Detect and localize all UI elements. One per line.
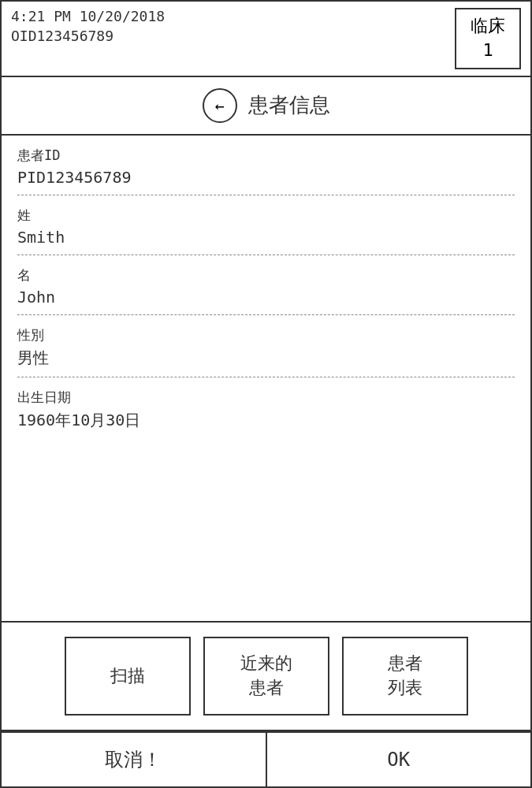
section-title-text: 患者信息 xyxy=(248,91,330,119)
value-last-name: Smith xyxy=(17,228,515,247)
ok-button[interactable]: OK xyxy=(266,731,531,786)
btn-row: 扫描 近来的患者 患者列表 xyxy=(17,637,515,716)
label-birthdate: 出生日期 xyxy=(17,388,515,407)
footer: 取消！ OK xyxy=(2,731,530,786)
cancel-button[interactable]: 取消！ xyxy=(2,731,266,786)
action-buttons-panel: 扫描 近来的患者 患者列表 xyxy=(2,623,530,731)
section-title-bar: ← 患者信息 xyxy=(2,77,530,136)
label-last-name: 姓 xyxy=(17,206,515,225)
value-first-name: John xyxy=(17,288,515,307)
patient-list-button[interactable]: 患者列表 xyxy=(342,637,468,716)
recent-patients-label: 近来的患者 xyxy=(240,652,292,701)
header-oid: OID123456789 xyxy=(11,28,165,44)
scan-button[interactable]: 扫描 xyxy=(65,637,191,716)
header-left: 4:21 PM 10/20/2018 OID123456789 xyxy=(11,8,165,44)
badge-line1: 临床 xyxy=(471,14,505,39)
field-gender: 性別 男性 xyxy=(17,315,515,377)
field-first-name: 名 John xyxy=(17,255,515,315)
patient-info-panel: 患者ID PID123456789 姓 Smith 名 John 性別 男性 出… xyxy=(2,136,530,623)
value-gender: 男性 xyxy=(17,348,515,369)
header-time: 4:21 PM 10/20/2018 xyxy=(11,8,165,24)
badge-line2: 1 xyxy=(471,39,505,63)
screen: 4:21 PM 10/20/2018 OID123456789 临床 1 ← 患… xyxy=(0,0,532,788)
back-arrow-icon: ← xyxy=(214,96,224,115)
field-last-name: 姓 Smith xyxy=(17,195,515,255)
label-gender: 性別 xyxy=(17,326,515,344)
field-patient-id: 患者ID PID123456789 xyxy=(17,136,515,195)
back-button[interactable]: ← xyxy=(203,88,237,123)
label-patient-id: 患者ID xyxy=(17,147,515,165)
header: 4:21 PM 10/20/2018 OID123456789 临床 1 xyxy=(2,2,530,77)
value-patient-id: PID123456789 xyxy=(17,168,515,187)
field-birthdate: 出生日期 1960年10月30日 xyxy=(17,377,515,439)
header-badge: 临床 1 xyxy=(455,8,521,69)
recent-patients-button[interactable]: 近来的患者 xyxy=(203,637,329,716)
label-first-name: 名 xyxy=(17,266,515,284)
value-birthdate: 1960年10月30日 xyxy=(17,410,515,431)
patient-list-label: 患者列表 xyxy=(388,652,422,701)
